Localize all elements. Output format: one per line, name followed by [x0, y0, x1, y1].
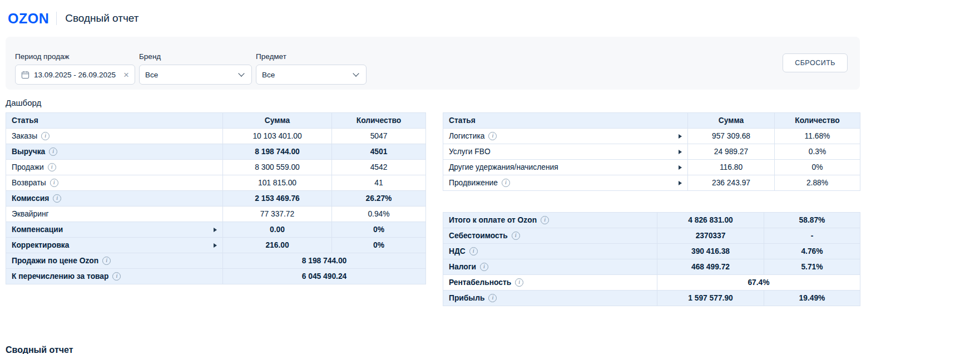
info-icon[interactable]: i [515, 278, 523, 287]
row-label: Продажи [12, 163, 44, 171]
row-label: Комиссия [12, 194, 49, 203]
table-row[interactable]: Компенсации 0.00 0% [6, 222, 426, 238]
table-row: Возвратыi 101 815.00 41 [6, 175, 426, 191]
sum-value: 216.00 [223, 238, 332, 253]
table-row: Итого к оплате от Ozoni 4 826 831.00 58.… [443, 213, 860, 228]
date-range-input[interactable]: 13.09.2025 - 26.09.2025 × [15, 65, 135, 85]
expand-chevron-icon[interactable] [679, 150, 682, 154]
info-icon[interactable]: i [53, 194, 61, 203]
row-label: Выручка [12, 148, 45, 156]
qty-value: 0% [775, 160, 860, 175]
qty-value: 4542 [332, 160, 426, 175]
brand-select[interactable]: Все [139, 65, 252, 85]
info-icon[interactable]: i [50, 179, 58, 187]
info-icon[interactable]: i [49, 148, 57, 156]
header-divider [56, 12, 57, 25]
dashboard-section-title: Дашборд [6, 98, 980, 107]
date-range-value: 13.09.2025 - 26.09.2025 [34, 71, 120, 79]
subject-filter-group: Предмет Все [256, 52, 367, 85]
row-label: Продажи по цене Ozon [12, 257, 98, 265]
column-header-article: Статья [6, 113, 223, 129]
calendar-icon [21, 71, 29, 79]
qty-value: 41 [332, 175, 426, 191]
info-icon[interactable]: i [541, 216, 549, 224]
sum-value: 67.4% [657, 275, 860, 291]
subject-selected-value: Все [262, 71, 349, 79]
qty-value: 19.49% [764, 291, 860, 306]
sum-value: 24 989.27 [688, 144, 775, 160]
qty-value: 2.88% [775, 175, 860, 191]
table-row[interactable]: Услуги FBO 24 989.27 0.3% [443, 144, 860, 160]
column-header-qty: Количество [775, 113, 860, 129]
sum-value: 0.00 [223, 222, 332, 238]
expand-chevron-icon[interactable] [679, 134, 682, 139]
subject-select[interactable]: Все [256, 65, 367, 85]
qty-value: - [764, 228, 860, 244]
sum-value: 957 309.68 [688, 129, 775, 144]
expand-chevron-icon[interactable] [679, 181, 682, 185]
row-label: Услуги FBO [449, 148, 491, 156]
info-icon[interactable]: i [102, 257, 111, 265]
column-header-sum: Сумма [223, 113, 332, 129]
table-row[interactable]: Другие удержания/начисления 116.80 0% [443, 160, 860, 175]
brand-selected-value: Все [145, 71, 235, 79]
sum-value: 468 499.72 [657, 259, 764, 275]
column-header-article: Статья [443, 113, 688, 129]
table-row[interactable]: Корректировка 216.00 0% [6, 238, 426, 253]
row-label: Продвижение [449, 179, 498, 187]
table-row: Эквайринг 77 337.72 0.94% [6, 206, 426, 222]
info-icon[interactable]: i [502, 179, 510, 187]
info-icon[interactable]: i [41, 132, 50, 140]
table-header-row: Статья Сумма Количество [443, 113, 860, 129]
sum-value: 8 198 744.00 [223, 144, 332, 160]
table-row: Продажи по цене Ozoni 8 198 744.00 [6, 253, 426, 269]
sum-value: 8 300 559.00 [223, 160, 332, 175]
clear-date-icon[interactable]: × [120, 70, 129, 80]
info-icon[interactable]: i [480, 263, 488, 271]
info-icon[interactable]: i [469, 247, 478, 255]
table-row[interactable]: Продвижениеi 236 243.97 2.88% [443, 175, 860, 191]
expand-chevron-icon[interactable] [214, 228, 217, 232]
expand-chevron-icon[interactable] [679, 165, 682, 170]
qty-value: 0.94% [332, 206, 426, 222]
summary-report-section-title: Сводный отчет [6, 345, 980, 354]
row-label: Логистика [449, 132, 484, 140]
info-icon[interactable]: i [512, 232, 520, 240]
qty-value: 5047 [332, 129, 426, 144]
brand-label: Бренд [139, 52, 252, 61]
column-header-sum: Сумма [688, 113, 775, 129]
top-bar: OZON Сводный отчет [0, 0, 980, 37]
sum-value: 236 243.97 [688, 175, 775, 191]
info-icon[interactable]: i [488, 132, 497, 140]
info-icon[interactable]: i [488, 294, 497, 302]
main-metrics-table: Статья Сумма Количество Заказыi 10 103 4… [6, 112, 426, 284]
table-row: К перечислению за товарi 6 045 490.24 [6, 269, 426, 284]
qty-value: 11.68% [775, 129, 860, 144]
qty-value: 0% [332, 238, 426, 253]
info-icon[interactable]: i [112, 272, 121, 281]
qty-value: 26.27% [332, 191, 426, 206]
sum-value: 77 337.72 [223, 206, 332, 222]
table-row[interactable]: Логистикаi 957 309.68 11.68% [443, 129, 860, 144]
ozon-logo[interactable]: OZON [8, 11, 49, 27]
qty-value: 4501 [332, 144, 426, 160]
row-label: Рентабельность [449, 278, 511, 287]
expand-chevron-icon[interactable] [214, 243, 217, 248]
row-label: Другие удержания/начисления [449, 163, 558, 171]
table-row: НДСi 390 416.38 4.76% [443, 244, 860, 259]
table-row: Выручкаi 8 198 744.00 4501 [6, 144, 426, 160]
right-tables-column: Статья Сумма Количество Логистикаi 957 3… [443, 112, 860, 306]
table-row: Прибыльi 1 597 577.90 19.49% [443, 291, 860, 306]
chevron-down-icon [353, 70, 359, 76]
reset-button[interactable]: СБРОСИТЬ [783, 53, 848, 72]
info-icon[interactable]: i [48, 163, 56, 171]
row-label: Заказы [12, 132, 37, 140]
qty-value: 0% [332, 222, 426, 238]
totals-table: Итого к оплате от Ozoni 4 826 831.00 58.… [443, 212, 860, 306]
table-header-row: Статья Сумма Количество [6, 113, 426, 129]
sum-value: 4 826 831.00 [657, 213, 764, 228]
sum-value: 390 416.38 [657, 244, 764, 259]
period-label: Период продаж [15, 52, 135, 61]
page-title: Сводный отчет [65, 12, 138, 24]
sum-value: 8 198 744.00 [223, 253, 426, 269]
